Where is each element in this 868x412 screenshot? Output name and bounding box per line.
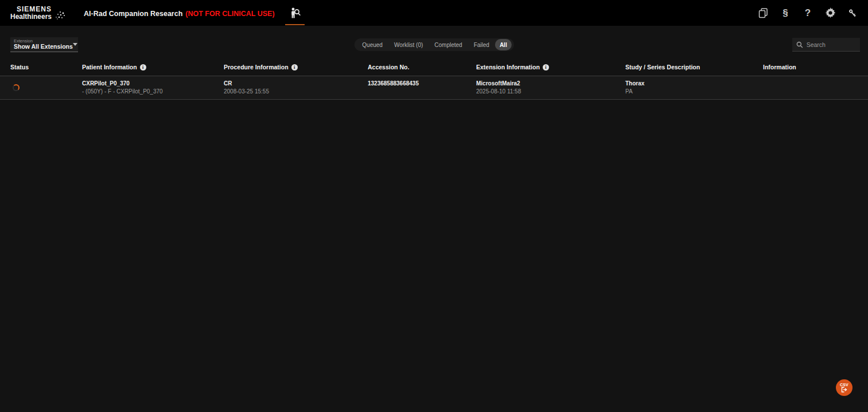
procedure-info-icon[interactable]: i (291, 64, 298, 70)
patient-info-icon[interactable]: i (140, 64, 146, 70)
accession-cell: 1323685883668435 (368, 80, 476, 95)
patient-cell: CXRPilot_P0_370 - (050Y) - F - CXRPilot_… (82, 80, 224, 95)
procedure-modality: CR (224, 80, 368, 88)
search-box[interactable] (792, 38, 860, 52)
brand-siemens: SIEMENS (10, 6, 52, 13)
app-title-group: AI-Rad Companion Research(NOT FOR CLINIC… (84, 8, 275, 18)
help-icon[interactable]: ? (800, 6, 815, 21)
legal-section-icon[interactable]: § (778, 6, 793, 21)
tab-failed[interactable]: Failed (468, 39, 495, 50)
table-header-row: Status Patient Information i Procedure I… (0, 64, 868, 76)
extension-info-icon[interactable]: i (543, 64, 549, 70)
app-title: AI-Rad Companion Research (84, 10, 182, 18)
settings-gear-icon[interactable] (823, 6, 838, 21)
status-filter-tabs: Queued Worklist (0) Completed Failed All (354, 38, 513, 51)
patient-details: - (050Y) - F - CXRPilot_P0_370 (82, 88, 224, 96)
study-series-cell: Thorax PA (625, 80, 763, 95)
col-accession-no: Accession No. (368, 64, 476, 70)
export-csv-button[interactable]: CSV (836, 379, 853, 396)
extension-filter-value: Show All Extensions (14, 44, 73, 50)
tab-all[interactable]: All (495, 39, 512, 50)
nav-patient-worklist[interactable] (284, 0, 306, 26)
procedure-datetime: 2008-03-25 15:55 (224, 88, 368, 96)
information-cell (763, 80, 868, 95)
search-icon (796, 41, 803, 49)
col-study-series-description: Study / Series Description (625, 64, 763, 70)
chevron-down-icon (73, 43, 77, 46)
login-key-icon[interactable] (845, 6, 860, 21)
extension-filter-dropdown[interactable]: Extension Show All Extensions (10, 37, 78, 52)
filter-toolbar: Extension Show All Extensions Queued Wor… (0, 26, 868, 64)
col-extension-information: Extension Information i (476, 64, 625, 70)
siemens-healthineers-logo: SIEMENS Healthineers (10, 6, 65, 20)
extension-datetime: 2025-08-10 11:58 (476, 88, 625, 96)
worklist-table: Status Patient Information i Procedure I… (0, 64, 868, 100)
study-description: Thorax (625, 80, 763, 88)
accession-number: 1323685883668435 (368, 80, 476, 88)
tab-completed[interactable]: Completed (429, 39, 468, 50)
app-header: SIEMENS Healthineers AI-Rad Companion Re… (0, 0, 868, 26)
clinical-use-warning: (NOT FOR CLINICAL USE) (185, 10, 274, 18)
procedure-cell: CR 2008-03-25 15:55 (224, 80, 368, 95)
series-description: PA (625, 88, 763, 96)
logo-dots-icon (55, 11, 65, 20)
active-nav-underline (285, 24, 305, 25)
extension-cell: MicrosoftMaira2 2025-08-10 11:58 (476, 80, 625, 95)
table-row[interactable]: CXRPilot_P0_370 - (050Y) - F - CXRPilot_… (0, 76, 868, 100)
search-input[interactable] (807, 41, 856, 48)
patient-search-icon (289, 7, 301, 19)
documents-icon[interactable] (756, 6, 770, 21)
export-icon (841, 387, 847, 393)
brand-healthineers: Healthineers (10, 13, 52, 21)
tab-worklist[interactable]: Worklist (0) (388, 39, 429, 50)
patient-name: CXRPilot_P0_370 (82, 80, 224, 88)
processing-spinner-icon (13, 84, 20, 91)
extension-name: MicrosoftMaira2 (476, 80, 625, 88)
col-status: Status (10, 64, 82, 70)
csv-label: CSV (840, 383, 848, 387)
col-procedure-information: Procedure Information i (224, 64, 368, 70)
col-information: Information (763, 64, 868, 70)
tab-queued[interactable]: Queued (356, 39, 388, 50)
status-cell (10, 80, 82, 95)
topbar-icon-group: § ? (756, 6, 868, 21)
col-patient-information: Patient Information i (82, 64, 224, 70)
